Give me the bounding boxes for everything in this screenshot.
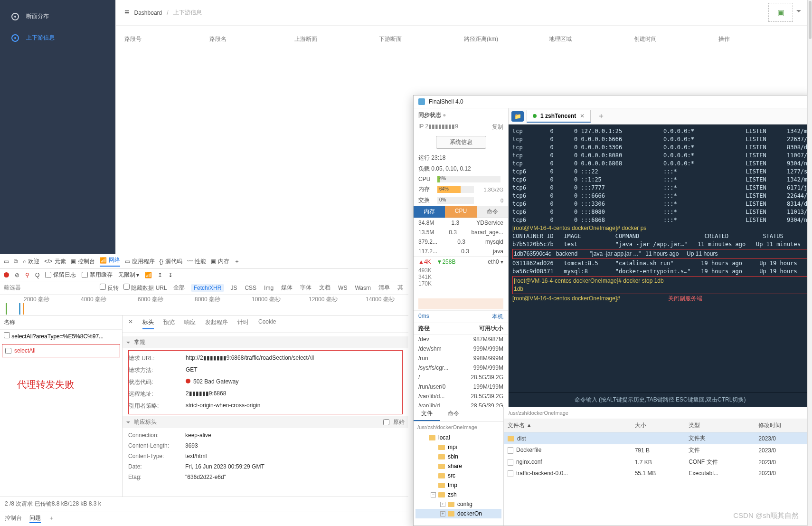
- breadcrumb-root[interactable]: Dashboard: [134, 10, 162, 16]
- net-if[interactable]: eth0 ▾: [488, 258, 503, 265]
- timeline[interactable]: 2000 毫秒 4000 毫秒 6000 毫秒 8000 毫秒 10000 毫秒…: [0, 295, 408, 316]
- sysinfo-button[interactable]: 系统信息: [436, 136, 486, 149]
- terminal-tab[interactable]: 1 zshTencent✕: [527, 110, 591, 123]
- proc-tab-mem[interactable]: 内存: [414, 206, 445, 218]
- col-size[interactable]: 大小: [631, 419, 685, 432]
- col-type[interactable]: 类型: [685, 419, 755, 432]
- tab-console[interactable]: ▣ 控制台: [71, 258, 95, 266]
- keep-log-toggle[interactable]: 保留日志: [45, 271, 76, 279]
- broken-image-icon[interactable]: ▣: [768, 3, 793, 22]
- tree-node[interactable]: share: [415, 461, 501, 471]
- path-row[interactable]: /28.5G/39.2G: [414, 373, 508, 382]
- tree-node[interactable]: mpi: [415, 442, 501, 452]
- drawer-add[interactable]: ＋: [48, 514, 54, 523]
- throttle-select[interactable]: 无限制 ▾: [118, 271, 139, 279]
- tab-memory[interactable]: ▣ 内存: [211, 258, 229, 266]
- hide-data-toggle[interactable]: 隐藏数据 URL: [123, 284, 167, 292]
- filter-js[interactable]: JS: [229, 284, 238, 292]
- general-section[interactable]: 常规: [123, 336, 408, 348]
- tree-node[interactable]: tmp: [415, 480, 501, 490]
- path-row[interactable]: /dev/shm999M/999M: [414, 344, 508, 354]
- record-icon[interactable]: [4, 272, 9, 277]
- filter-all[interactable]: 全部: [172, 283, 186, 292]
- search-icon[interactable]: Q: [35, 272, 39, 278]
- tab-preview[interactable]: 预览: [163, 318, 175, 329]
- tab-sources[interactable]: {} 源代码: [160, 258, 182, 266]
- disable-cache-toggle[interactable]: 禁用缓存: [82, 271, 113, 279]
- add-tab[interactable]: ＋: [594, 109, 609, 123]
- filter-font[interactable]: 字体: [299, 283, 313, 292]
- path-row[interactable]: /run/user/0199M/199M: [414, 382, 508, 392]
- upload-icon[interactable]: ↥: [158, 272, 162, 278]
- tree-node[interactable]: src: [415, 471, 501, 480]
- file-row[interactable]: nginx.conf1.7 KBCONF 文件2023/0: [504, 456, 812, 468]
- response-headers-section[interactable]: 响应标头 原始: [123, 416, 408, 428]
- filter-icon[interactable]: ⚲: [25, 272, 29, 278]
- tree-node[interactable]: −zsh: [415, 490, 501, 499]
- tab-perf[interactable]: 〰 性能: [187, 258, 206, 266]
- lat-host[interactable]: 本机: [492, 313, 503, 321]
- sidebar-item-updown[interactable]: 上下游信息: [0, 27, 115, 48]
- raw-toggle[interactable]: [383, 419, 389, 425]
- close-icon[interactable]: ✕: [128, 318, 133, 329]
- file-row[interactable]: traffic-backend-0.0...55.1 MBExecutabl..…: [504, 468, 812, 479]
- name-header[interactable]: 名称: [0, 316, 122, 330]
- proc-tab-cpu[interactable]: CPU: [445, 206, 476, 218]
- file-row[interactable]: dist文件夹2023/0: [504, 432, 812, 445]
- path-row[interactable]: /dev987M/987M: [414, 335, 508, 344]
- clear-icon[interactable]: ⊘: [15, 272, 19, 278]
- window-title[interactable]: FinalShell 4.0: [414, 96, 812, 108]
- scrollbar[interactable]: [807, 0, 812, 526]
- path-row[interactable]: /var/lib/d...28.5G/39.2G: [414, 392, 508, 401]
- file-row[interactable]: Dockerfile791 B文件2023/0: [504, 444, 812, 456]
- download-icon[interactable]: ↧: [168, 272, 173, 278]
- tab-cmds[interactable]: 命令: [440, 407, 467, 421]
- proc-tab-cmd[interactable]: 命令: [477, 206, 508, 218]
- tab-response[interactable]: 响应: [184, 318, 196, 329]
- tab-welcome[interactable]: ⌂ 欢迎: [23, 258, 39, 266]
- filter-css[interactable]: CSS: [243, 284, 258, 292]
- menu-icon[interactable]: ≡: [124, 8, 130, 18]
- tab-initiator[interactable]: 发起程序: [205, 318, 228, 329]
- path-row[interactable]: /run998M/999M: [414, 354, 508, 363]
- filter-doc[interactable]: 文档: [318, 283, 332, 292]
- tab-add[interactable]: ＋: [234, 258, 240, 266]
- proc-row[interactable]: 13.5M0.3barad_age...: [414, 228, 508, 237]
- filter-ws[interactable]: WS: [337, 284, 349, 292]
- filter-wasm[interactable]: Wasm: [353, 284, 372, 292]
- terminal[interactable]: tcp 0 0 127.0.0.1:25 0.0.0.0:* LISTEN 13…: [509, 124, 812, 392]
- col-mtime[interactable]: 修改时间: [755, 419, 812, 432]
- sidebar-item-section-dist[interactable]: 断面分布: [0, 6, 115, 27]
- filter-media[interactable]: 媒体: [280, 283, 294, 292]
- col-name[interactable]: 文件名 ▲: [504, 419, 631, 432]
- tree-node[interactable]: local: [415, 433, 501, 442]
- tree-node[interactable]: sbin: [415, 452, 501, 461]
- filter-other[interactable]: 其: [396, 283, 405, 292]
- invert-toggle[interactable]: 反转: [100, 284, 119, 292]
- tab-timing[interactable]: 计时: [237, 318, 249, 329]
- request-row[interactable]: selectAll?areaType=%E5%8C%97...: [0, 330, 122, 342]
- request-row-selected[interactable]: selectAll: [2, 344, 120, 357]
- device-icon[interactable]: ⧉: [14, 258, 18, 265]
- proc-row[interactable]: 379.2...0.3mysqld: [414, 237, 508, 247]
- folder-icon[interactable]: 📁: [511, 111, 524, 122]
- filter-xhr[interactable]: Fetch/XHR: [191, 284, 225, 292]
- tab-network[interactable]: 📶 网络: [100, 256, 120, 267]
- inspect-icon[interactable]: ▭: [4, 258, 9, 265]
- drawer-issues[interactable]: 问题: [29, 514, 41, 523]
- path-row[interactable]: /sys/fs/cgr...999M/999M: [414, 363, 508, 373]
- filter-img[interactable]: Img: [263, 284, 275, 292]
- proc-row[interactable]: 117.2...0.3java: [414, 247, 508, 256]
- tree-node[interactable]: +config: [415, 499, 501, 509]
- tab-headers[interactable]: 标头: [142, 318, 154, 329]
- wifi-icon[interactable]: 📶: [145, 272, 152, 278]
- copy-link[interactable]: 复制: [492, 123, 503, 131]
- tab-files[interactable]: 文件: [414, 407, 440, 421]
- tab-elements[interactable]: </> 元素: [44, 258, 66, 266]
- tab-cookies[interactable]: Cookie: [258, 318, 276, 329]
- tab-app[interactable]: ▭ 应用程序: [125, 258, 155, 266]
- close-icon[interactable]: ✕: [580, 113, 585, 119]
- drawer-console[interactable]: 控制台: [5, 514, 22, 523]
- tree-node[interactable]: +dockerOn: [415, 509, 501, 518]
- filter-manifest[interactable]: 清单: [377, 283, 391, 292]
